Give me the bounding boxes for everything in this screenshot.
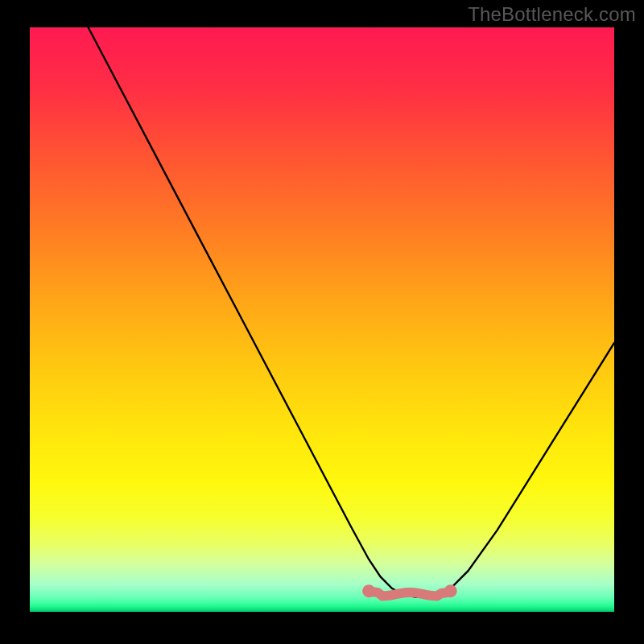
chart-frame: TheBottleneck.com xyxy=(0,0,644,644)
bottleneck-curve-left xyxy=(89,27,416,597)
optimal-range-cap-left xyxy=(362,584,375,597)
optimal-range-cap-right xyxy=(444,584,457,597)
optimal-range-marker xyxy=(369,592,451,596)
bottleneck-curve-right xyxy=(415,343,614,597)
watermark-text: TheBottleneck.com xyxy=(468,3,636,26)
plot-area xyxy=(30,27,614,612)
curve-layer xyxy=(30,27,614,612)
